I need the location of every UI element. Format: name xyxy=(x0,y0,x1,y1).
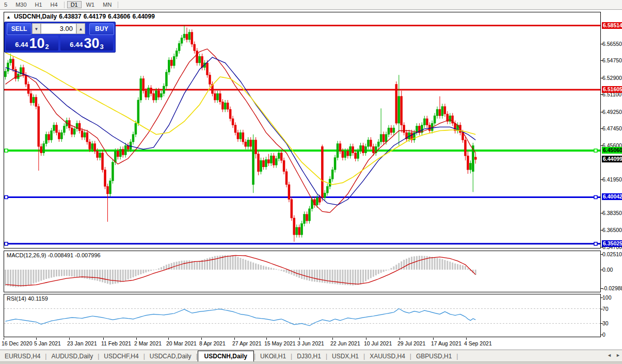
price-tick-label: 6.49250 xyxy=(602,109,622,115)
candle-body xyxy=(221,102,224,109)
candle-body xyxy=(329,179,331,186)
candle-body xyxy=(102,153,104,170)
tab-scroll-left-icon[interactable]: ◄ xyxy=(607,353,612,358)
volume-decrease-icon[interactable]: ▼ xyxy=(32,23,41,34)
macd-histogram-bar xyxy=(360,270,361,285)
macd-histogram-bar xyxy=(235,256,236,270)
axis-tick xyxy=(601,270,603,270)
timeframe-button-5[interactable]: 5 xyxy=(1,1,11,8)
timeframe-button-h4[interactable]: H4 xyxy=(47,1,61,8)
candle-body xyxy=(53,125,55,131)
line-handle[interactable] xyxy=(5,242,8,245)
candle-body xyxy=(219,93,221,102)
macd-histogram-bar xyxy=(145,270,147,272)
candle-body xyxy=(339,144,341,151)
macd-histogram-bar xyxy=(140,270,141,274)
volume-increase-icon[interactable]: ▲ xyxy=(76,23,85,34)
macd-histogram-bar xyxy=(137,270,139,275)
macd-panel[interactable]: MACD(12,26,9) -0.008491 -0.007996 xyxy=(4,251,601,292)
line-handle[interactable] xyxy=(5,195,8,198)
buy-button[interactable]: BUY xyxy=(89,23,114,35)
date-label: 2 Mar 2021 xyxy=(134,340,162,346)
macd-histogram-bar xyxy=(459,264,461,270)
chart-tab-usdcnh[interactable]: USDCNH,Daily xyxy=(198,351,254,362)
volume-input[interactable]: 3.00 xyxy=(41,23,76,34)
macd-histogram-bar xyxy=(276,269,277,270)
chart-tab-dj30[interactable]: DJ30,H1 xyxy=(292,351,326,362)
candle-body xyxy=(267,159,269,163)
candle-body xyxy=(382,135,385,142)
macd-histogram-bar xyxy=(33,270,34,284)
macd-histogram-bar xyxy=(419,256,420,270)
macd-histogram-bar xyxy=(227,255,229,270)
timeframe-button-mn[interactable]: MN xyxy=(99,1,115,8)
macd-histogram-bar xyxy=(252,262,254,270)
line-handle[interactable] xyxy=(594,195,597,198)
candle-body xyxy=(469,163,471,170)
macd-histogram-bar xyxy=(15,270,17,287)
timeframe-button-m30[interactable]: M30 xyxy=(12,1,30,8)
price-tick-label: 6.52900 xyxy=(602,75,622,81)
timeframe-button-d1[interactable]: D1 xyxy=(67,1,82,8)
line-handle[interactable] xyxy=(594,242,597,245)
macd-histogram-bar xyxy=(173,262,175,270)
macd-histogram-bar xyxy=(283,270,285,272)
app-window: 5M30H1H4D1W1MN MACD(12,26,9) -0.008491 -… xyxy=(0,0,622,364)
chart-tab-usdchf[interactable]: USDCHF,H4 xyxy=(99,351,143,362)
axis-tick xyxy=(601,323,603,324)
macd-histogram-bar xyxy=(434,257,436,270)
chart-tab-audusd[interactable]: AUDUSD,Daily xyxy=(46,351,98,362)
line-handle[interactable] xyxy=(5,149,8,152)
axis-tick xyxy=(601,247,603,247)
chart-tab-usdcad[interactable]: USDCAD,Daily xyxy=(145,351,196,362)
macd-histogram-bar xyxy=(355,270,356,285)
axis-tick xyxy=(601,335,603,335)
chart-tab-ukoil[interactable]: UKOil,H1 xyxy=(256,351,291,362)
macd-histogram-bar xyxy=(306,270,308,280)
candle-body xyxy=(140,79,142,100)
collapse-icon[interactable]: ▲ xyxy=(6,14,11,20)
candle-body xyxy=(40,146,42,153)
candle-body xyxy=(45,135,47,144)
timeframe-button-w1[interactable]: W1 xyxy=(83,1,99,8)
candle-body xyxy=(51,130,53,140)
macd-histogram-bar xyxy=(112,270,114,284)
candle-body xyxy=(150,88,152,94)
rsi-panel[interactable]: RSI(14) 40.1159 xyxy=(4,294,601,337)
rsi-line xyxy=(6,309,476,326)
rsi-chart[interactable] xyxy=(4,294,600,337)
chart-tab-usdx[interactable]: USDX,H1 xyxy=(327,351,363,362)
date-label: 11 Feb 2021 xyxy=(101,340,131,346)
candle-body xyxy=(298,227,300,235)
candle-body xyxy=(278,153,280,159)
price-tick-label: 6.41950 xyxy=(602,176,622,183)
candle-body xyxy=(367,140,369,146)
chart-tab-xauusd[interactable]: XAUUSD,H4 xyxy=(365,351,410,362)
candle-body xyxy=(191,32,193,44)
sell-price-button[interactable]: 6.44 10 2 xyxy=(6,36,58,51)
macd-histogram-bar xyxy=(281,270,282,271)
date-label: 17 Aug 2021 xyxy=(431,340,461,346)
buy-price-button[interactable]: 6.44 30 3 xyxy=(60,36,113,51)
candle-body xyxy=(73,129,75,135)
macd-histogram-bar xyxy=(66,270,68,276)
candle-body xyxy=(401,96,403,125)
date-tick xyxy=(332,338,333,340)
chart-tab-eurusd[interactable]: EURUSD,H4 xyxy=(0,351,45,362)
chart-tab-gbpusd[interactable]: GBPUSD,H1 xyxy=(411,351,456,362)
sell-button[interactable]: SELL xyxy=(7,23,31,35)
date-label: 4 Sep 2021 xyxy=(464,340,492,346)
date-tick xyxy=(234,338,235,340)
candle-body xyxy=(275,159,277,166)
date-label: 27 Apr 2021 xyxy=(232,340,262,346)
macd-histogram-bar xyxy=(94,270,95,280)
timeframe-button-h1[interactable]: H1 xyxy=(31,1,46,8)
line-handle[interactable] xyxy=(594,149,597,152)
rsi-title: RSI(14) 40.1159 xyxy=(7,295,48,302)
candle-body xyxy=(436,109,438,116)
macd-histogram-bar xyxy=(462,266,464,270)
candle-body xyxy=(316,197,318,205)
tab-scroll-right-icon[interactable]: ► xyxy=(616,353,620,358)
candle-body xyxy=(273,156,275,165)
candle-body xyxy=(78,123,81,130)
